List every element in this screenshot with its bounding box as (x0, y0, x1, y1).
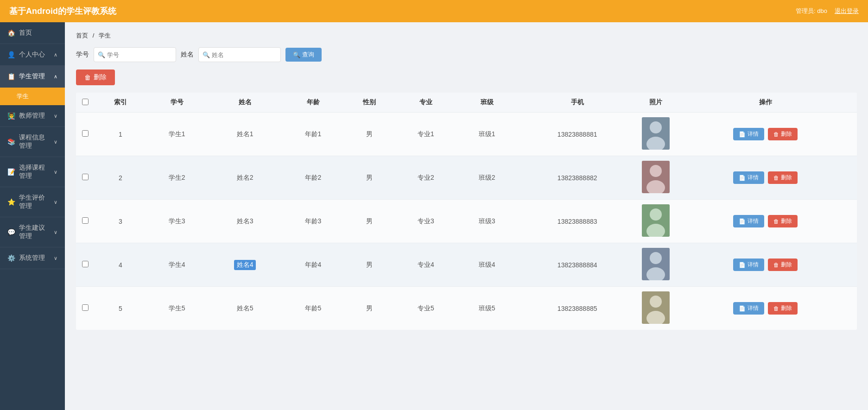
gender-cell: 男 (343, 156, 395, 200)
age-cell: 年龄1 (283, 113, 344, 156)
row-delete-button[interactable]: 🗑 删除 (768, 215, 798, 227)
header-class: 班级 (456, 93, 518, 113)
row-checkbox-cell (76, 156, 95, 200)
sidebar-label-advice: 学生建议管理 (19, 224, 50, 240)
header-name: 姓名 (208, 93, 283, 113)
query-button[interactable]: 🔍 查询 (285, 48, 322, 62)
phone-cell: 13823888883 (517, 200, 637, 243)
row-delete-button[interactable]: 🗑 删除 (768, 128, 798, 140)
major-cell: 专业5 (395, 287, 456, 330)
name-cell-text: 姓名3 (237, 217, 253, 225)
name-input[interactable] (212, 51, 277, 58)
sidebar-label-student-mgmt: 学生管理 (19, 72, 45, 81)
select-all-checkbox[interactable] (82, 99, 89, 105)
row-checkbox[interactable] (82, 217, 89, 224)
name-cell: 姓名3 (208, 200, 283, 243)
row-checkbox[interactable] (82, 174, 89, 180)
gender-cell: 男 (343, 200, 395, 243)
header-photo: 照片 (637, 93, 674, 113)
student-no-cell: 学生3 (146, 200, 208, 243)
sidebar: 🏠 首页 👤 个人中心 ∧ 📋 学生管理 ∧ 学生 👨‍🏫 教师管理 ∨ 📚 课… (0, 22, 65, 410)
row-checkbox[interactable] (82, 304, 89, 311)
action-buttons: 📄 详情 🗑 删除 (678, 302, 853, 315)
action-buttons: 📄 详情 🗑 删除 (678, 215, 853, 227)
search-icon-no: 🔍 (98, 51, 105, 58)
chat-icon: 💬 (7, 228, 15, 236)
row-delete-button[interactable]: 🗑 删除 (768, 171, 798, 184)
avatar (642, 291, 670, 324)
student-table-wrap: 索引 学号 姓名 年龄 性别 专业 班级 手机 照片 操作 1 (76, 93, 857, 330)
row-checkbox-cell (76, 287, 95, 330)
gender-cell: 男 (343, 243, 395, 287)
sidebar-label-course-info: 课程信息管理 (19, 133, 50, 150)
student-no-cell: 学生1 (146, 113, 208, 156)
sidebar-item-course-info[interactable]: 📚 课程信息管理 ∨ (0, 127, 65, 157)
index-cell: 3 (95, 200, 146, 243)
phone-cell: 13823888882 (517, 156, 637, 200)
chevron-up-icon: ∧ (54, 74, 57, 80)
logout-link[interactable]: 退出登录 (835, 7, 859, 15)
breadcrumb-home[interactable]: 首页 (76, 32, 88, 39)
detail-icon: 📄 (739, 175, 746, 181)
detail-button[interactable]: 📄 详情 (733, 302, 764, 315)
class-cell: 班级5 (456, 287, 518, 330)
major-cell: 专业4 (395, 243, 456, 287)
detail-button[interactable]: 📄 详情 (733, 215, 764, 227)
search-bar: 学号 🔍 姓名 🔍 🔍 查询 (76, 47, 857, 62)
home-icon: 🏠 (7, 29, 15, 37)
svg-point-4 (650, 165, 662, 177)
sidebar-item-personal[interactable]: 👤 个人中心 ∧ (0, 44, 65, 66)
sidebar-item-student-mgmt[interactable]: 📋 学生管理 ∧ (0, 66, 65, 88)
trash-icon-row: 🗑 (773, 175, 779, 181)
table-body: 1 学生1 姓名1 年龄1 男 专业1 班级1 13823888881 📄 详情… (76, 113, 857, 330)
detail-icon: 📄 (739, 218, 746, 225)
name-cell: 姓名4 (208, 243, 283, 287)
detail-button[interactable]: 📄 详情 (733, 128, 764, 140)
detail-button[interactable]: 📄 详情 (733, 259, 764, 271)
trash-icon-row: 🗑 (773, 262, 779, 268)
sidebar-label-eval: 学生评价管理 (19, 194, 50, 210)
table-row: 2 学生2 姓名2 年龄2 男 专业2 班级2 13823888882 📄 详情… (76, 156, 857, 200)
query-btn-label: 查询 (302, 50, 314, 59)
row-checkbox[interactable] (82, 261, 89, 267)
sidebar-item-teacher-mgmt[interactable]: 👨‍🏫 教师管理 ∨ (0, 105, 65, 127)
row-delete-btn-label: 删除 (781, 304, 792, 312)
avatar (642, 248, 670, 280)
row-delete-button[interactable]: 🗑 删除 (768, 302, 798, 315)
header-action: 操作 (674, 93, 857, 113)
table-row: 4 学生4 姓名4 年龄4 男 专业4 班级4 13823888884 📄 详情… (76, 243, 857, 287)
search-icon-name: 🔍 (203, 51, 210, 58)
main-content: 首页 / 学生 学号 🔍 姓名 🔍 🔍 查询 🗑 删除 (65, 22, 868, 410)
breadcrumb: 首页 / 学生 (76, 32, 857, 40)
sidebar-item-eval-mgmt[interactable]: ⭐ 学生评价管理 ∨ (0, 187, 65, 217)
sidebar-label-personal: 个人中心 (19, 50, 45, 59)
sidebar-label-select-course: 选择课程管理 (19, 164, 50, 180)
sidebar-item-home[interactable]: 🏠 首页 (0, 22, 65, 44)
sidebar-item-student[interactable]: 学生 (0, 88, 65, 105)
action-cell: 📄 详情 🗑 删除 (674, 156, 857, 200)
student-no-input[interactable] (107, 51, 172, 58)
chevron-down-icon-eval: ∨ (54, 199, 57, 205)
chevron-down-icon-system: ∨ (54, 255, 57, 261)
svg-point-7 (650, 208, 662, 221)
name-label: 姓名 (181, 50, 194, 59)
avatar (642, 161, 670, 193)
detail-button[interactable]: 📄 详情 (733, 171, 764, 184)
table-row: 5 学生5 姓名5 年龄5 男 专业5 班级5 13823888885 📄 详情… (76, 287, 857, 330)
sidebar-item-advice-mgmt[interactable]: 💬 学生建议管理 ∨ (0, 217, 65, 247)
photo-cell (637, 200, 674, 243)
row-checkbox[interactable] (82, 130, 89, 137)
trash-icon-main: 🗑 (84, 74, 91, 81)
admin-label: 管理员: dbo (796, 7, 827, 15)
student-no-input-wrap: 🔍 (94, 47, 176, 62)
row-delete-button[interactable]: 🗑 删除 (768, 259, 798, 271)
sidebar-item-select-course[interactable]: 📝 选择课程管理 ∨ (0, 157, 65, 187)
name-input-wrap: 🔍 (198, 47, 281, 62)
phone-cell: 13823888884 (517, 243, 637, 287)
bulk-delete-button[interactable]: 🗑 删除 (76, 69, 115, 85)
topbar-user-area: 管理员: dbo 退出登录 (796, 7, 859, 15)
student-no-cell: 学生2 (146, 156, 208, 200)
class-cell: 班级1 (456, 113, 518, 156)
sidebar-item-system-mgmt[interactable]: ⚙️ 系统管理 ∨ (0, 247, 65, 269)
age-cell: 年龄4 (283, 243, 344, 287)
